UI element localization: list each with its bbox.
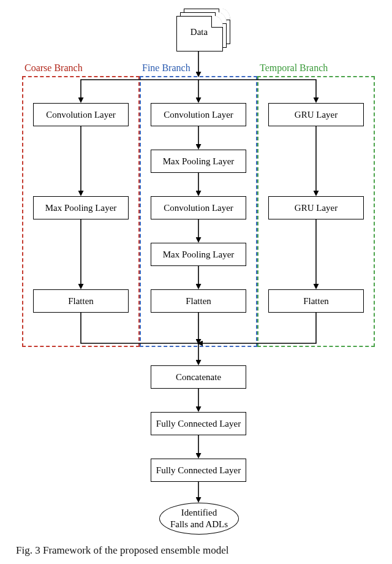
arrows-layer (0, 0, 392, 564)
diagram-canvas: Coarse Branch Fine Branch Temporal Branc… (0, 0, 392, 564)
